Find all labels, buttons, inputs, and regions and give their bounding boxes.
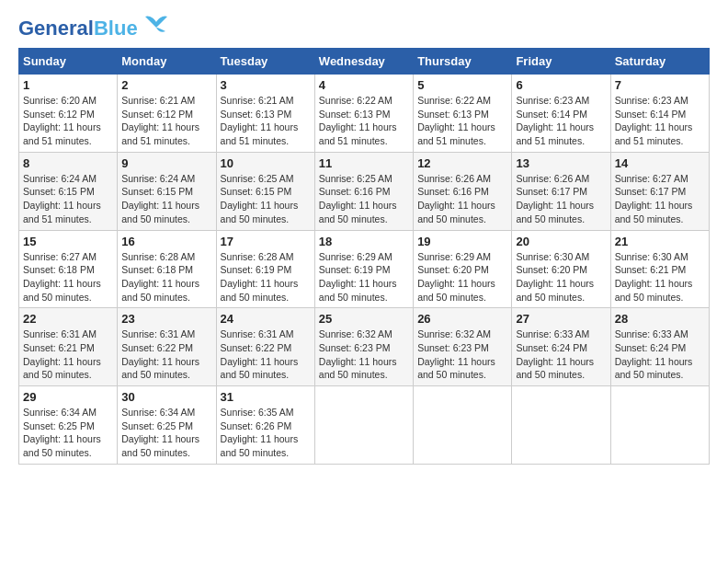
calendar-week-row: 1Sunrise: 6:20 AMSunset: 6:12 PMDaylight… [19,75,710,153]
calendar-header-cell: Wednesday [314,49,413,75]
day-number: 24 [221,312,311,326]
calendar-week-row: 8Sunrise: 6:24 AMSunset: 6:15 PMDaylight… [19,152,710,230]
calendar-cell: 26Sunrise: 6:32 AMSunset: 6:23 PMDayligh… [414,308,512,386]
calendar-cell: 4Sunrise: 6:22 AMSunset: 6:13 PMDaylight… [314,75,413,153]
calendar-cell: 2Sunrise: 6:21 AMSunset: 6:12 PMDaylight… [118,75,216,153]
logo-bird-icon [142,15,171,35]
calendar-cell: 28Sunrise: 6:33 AMSunset: 6:24 PMDayligh… [610,308,709,386]
day-number: 8 [23,156,113,170]
day-info: Sunrise: 6:35 AMSunset: 6:26 PMDaylight:… [221,406,311,460]
calendar-cell: 13Sunrise: 6:26 AMSunset: 6:17 PMDayligh… [512,152,610,230]
day-number: 30 [121,390,211,404]
calendar-header-cell: Thursday [414,49,512,75]
calendar-cell: 1Sunrise: 6:20 AMSunset: 6:12 PMDaylight… [19,75,118,153]
calendar-cell: 8Sunrise: 6:24 AMSunset: 6:15 PMDaylight… [19,152,118,230]
calendar-cell: 20Sunrise: 6:30 AMSunset: 6:20 PMDayligh… [512,230,610,308]
calendar-cell: 14Sunrise: 6:27 AMSunset: 6:17 PMDayligh… [610,152,709,230]
calendar-cell: 7Sunrise: 6:23 AMSunset: 6:14 PMDaylight… [610,75,709,153]
day-number: 27 [516,312,606,326]
day-info: Sunrise: 6:30 AMSunset: 6:20 PMDaylight:… [516,250,606,304]
calendar-week-row: 15Sunrise: 6:27 AMSunset: 6:18 PMDayligh… [19,230,710,308]
calendar-cell: 31Sunrise: 6:35 AMSunset: 6:26 PMDayligh… [216,386,314,465]
calendar-cell: 9Sunrise: 6:24 AMSunset: 6:15 PMDaylight… [118,152,216,230]
logo-text: GeneralBlue [18,18,138,39]
day-number: 13 [516,156,606,170]
logo: GeneralBlue [18,18,171,39]
day-number: 5 [417,78,507,92]
calendar-cell: 16Sunrise: 6:28 AMSunset: 6:18 PMDayligh… [118,230,216,308]
day-number: 23 [121,312,211,326]
day-info: Sunrise: 6:23 AMSunset: 6:14 PMDaylight:… [615,94,705,148]
calendar-cell: 5Sunrise: 6:22 AMSunset: 6:13 PMDaylight… [414,75,512,153]
day-info: Sunrise: 6:27 AMSunset: 6:18 PMDaylight:… [23,250,113,304]
calendar-cell [414,386,512,465]
day-number: 12 [417,156,507,170]
day-number: 15 [23,235,113,248]
calendar-cell [610,386,709,465]
calendar-header-cell: Monday [118,49,216,75]
day-number: 29 [23,390,113,404]
day-info: Sunrise: 6:24 AMSunset: 6:15 PMDaylight:… [121,172,211,226]
page-header: GeneralBlue [18,18,710,39]
day-info: Sunrise: 6:31 AMSunset: 6:22 PMDaylight:… [121,327,211,382]
day-info: Sunrise: 6:25 AMSunset: 6:16 PMDaylight:… [319,172,409,226]
day-info: Sunrise: 6:21 AMSunset: 6:12 PMDaylight:… [121,94,211,148]
day-number: 26 [417,312,507,326]
day-info: Sunrise: 6:31 AMSunset: 6:22 PMDaylight:… [221,327,311,382]
calendar-cell: 24Sunrise: 6:31 AMSunset: 6:22 PMDayligh… [216,308,314,386]
calendar-cell: 19Sunrise: 6:29 AMSunset: 6:20 PMDayligh… [414,230,512,308]
day-info: Sunrise: 6:29 AMSunset: 6:20 PMDaylight:… [417,250,507,304]
day-info: Sunrise: 6:32 AMSunset: 6:23 PMDaylight:… [319,327,409,382]
day-number: 31 [221,390,311,404]
calendar-table: SundayMondayTuesdayWednesdayThursdayFrid… [18,48,710,465]
calendar-cell: 30Sunrise: 6:34 AMSunset: 6:25 PMDayligh… [118,386,216,465]
day-info: Sunrise: 6:33 AMSunset: 6:24 PMDaylight:… [516,327,606,382]
day-number: 14 [615,156,705,170]
day-number: 9 [121,156,211,170]
calendar-cell: 10Sunrise: 6:25 AMSunset: 6:15 PMDayligh… [216,152,314,230]
day-number: 3 [221,78,311,92]
day-info: Sunrise: 6:28 AMSunset: 6:18 PMDaylight:… [121,250,211,304]
calendar-cell: 12Sunrise: 6:26 AMSunset: 6:16 PMDayligh… [414,152,512,230]
calendar-cell: 3Sunrise: 6:21 AMSunset: 6:13 PMDaylight… [216,75,314,153]
calendar-cell: 6Sunrise: 6:23 AMSunset: 6:14 PMDaylight… [512,75,610,153]
day-info: Sunrise: 6:33 AMSunset: 6:24 PMDaylight:… [615,327,705,382]
calendar-cell: 21Sunrise: 6:30 AMSunset: 6:21 PMDayligh… [610,230,709,308]
calendar-week-row: 22Sunrise: 6:31 AMSunset: 6:21 PMDayligh… [19,308,710,386]
calendar-cell: 17Sunrise: 6:28 AMSunset: 6:19 PMDayligh… [216,230,314,308]
day-number: 17 [221,235,311,248]
calendar-cell: 23Sunrise: 6:31 AMSunset: 6:22 PMDayligh… [118,308,216,386]
day-info: Sunrise: 6:25 AMSunset: 6:15 PMDaylight:… [221,172,311,226]
day-info: Sunrise: 6:21 AMSunset: 6:13 PMDaylight:… [221,94,311,148]
day-number: 18 [319,235,409,248]
calendar-cell [512,386,610,465]
day-info: Sunrise: 6:22 AMSunset: 6:13 PMDaylight:… [417,94,507,148]
day-info: Sunrise: 6:30 AMSunset: 6:21 PMDaylight:… [615,250,705,304]
day-info: Sunrise: 6:32 AMSunset: 6:23 PMDaylight:… [417,327,507,382]
day-number: 6 [516,78,606,92]
day-number: 2 [121,78,211,92]
day-number: 21 [615,235,705,248]
calendar-cell [314,386,413,465]
calendar-cell: 11Sunrise: 6:25 AMSunset: 6:16 PMDayligh… [314,152,413,230]
calendar-cell: 15Sunrise: 6:27 AMSunset: 6:18 PMDayligh… [19,230,118,308]
day-number: 7 [615,78,705,92]
day-info: Sunrise: 6:28 AMSunset: 6:19 PMDaylight:… [221,250,311,304]
day-info: Sunrise: 6:23 AMSunset: 6:14 PMDaylight:… [516,94,606,148]
day-info: Sunrise: 6:34 AMSunset: 6:25 PMDaylight:… [23,406,113,460]
day-number: 22 [23,312,113,326]
calendar-header-cell: Friday [512,49,610,75]
calendar-header-cell: Sunday [19,49,118,75]
calendar-header: SundayMondayTuesdayWednesdayThursdayFrid… [19,49,710,75]
day-info: Sunrise: 6:31 AMSunset: 6:21 PMDaylight:… [23,327,113,382]
day-info: Sunrise: 6:26 AMSunset: 6:17 PMDaylight:… [516,172,606,226]
day-number: 11 [319,156,409,170]
calendar-cell: 27Sunrise: 6:33 AMSunset: 6:24 PMDayligh… [512,308,610,386]
day-number: 25 [319,312,409,326]
day-number: 10 [221,156,311,170]
day-number: 20 [516,235,606,248]
calendar-cell: 22Sunrise: 6:31 AMSunset: 6:21 PMDayligh… [19,308,118,386]
day-info: Sunrise: 6:24 AMSunset: 6:15 PMDaylight:… [23,172,113,226]
day-info: Sunrise: 6:29 AMSunset: 6:19 PMDaylight:… [319,250,409,304]
day-number: 16 [121,235,211,248]
